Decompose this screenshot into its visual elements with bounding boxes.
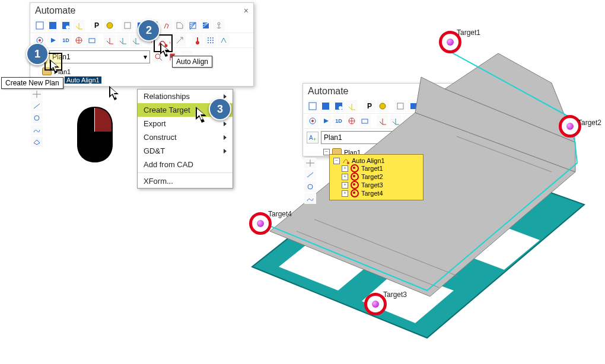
svg-marker-24 — [51, 38, 56, 43]
tool-icon[interactable]: 1D — [60, 34, 72, 46]
svg-marker-54 — [197, 108, 204, 120]
svg-rect-10 — [36, 22, 43, 29]
curve-icon[interactable] — [304, 193, 316, 204]
step-badge-2: 2 — [138, 19, 160, 41]
svg-point-38 — [212, 42, 214, 43]
circle-icon[interactable] — [304, 181, 316, 192]
svg-point-23 — [39, 39, 41, 41]
svg-point-88 — [308, 184, 313, 189]
line-icon[interactable] — [31, 101, 43, 111]
tool-icon[interactable] — [174, 34, 186, 46]
crosshair-icon[interactable] — [304, 158, 316, 168]
curve-icon[interactable] — [31, 124, 43, 135]
menu-construct[interactable]: Construct — [138, 130, 233, 144]
plane-icon[interactable] — [31, 136, 43, 147]
target-icon — [351, 189, 359, 197]
step-badge-1: 1 — [26, 43, 49, 65]
svg-point-13 — [66, 25, 69, 29]
tool-icon[interactable] — [47, 20, 59, 31]
circle-icon[interactable] — [31, 113, 43, 123]
tag-icon[interactable] — [174, 20, 186, 31]
tree-node-label: Target1 — [361, 165, 383, 172]
panel-title: Automate — [35, 5, 75, 16]
cursor-icon — [196, 107, 211, 126]
svg-line-87 — [307, 173, 313, 177]
menu-xform[interactable]: XForm... — [138, 174, 233, 188]
tool-icon[interactable] — [104, 20, 116, 31]
svg-point-33 — [208, 40, 209, 41]
tree-node-target[interactable]: +Target2 — [342, 173, 419, 181]
grid-icon[interactable] — [205, 34, 216, 46]
tool-icon[interactable] — [34, 20, 46, 31]
svg-point-89 — [347, 162, 349, 164]
svg-point-29 — [196, 41, 199, 44]
target-label-4: Target4 — [268, 210, 292, 218]
tool-icon[interactable]: P — [91, 20, 103, 31]
axis-icon[interactable] — [73, 20, 85, 31]
target-label-3: Target3 — [383, 290, 407, 299]
cursor-icon — [160, 43, 173, 59]
viewport-toolbar-left — [31, 89, 43, 147]
svg-point-35 — [212, 40, 214, 41]
thermometer-icon[interactable] — [192, 34, 203, 46]
svg-point-32 — [212, 37, 214, 39]
tree-node-target[interactable]: +Target1 — [342, 164, 419, 173]
tree-node-label: Auto Align1 — [65, 76, 101, 84]
hatch-icon[interactable] — [187, 20, 199, 31]
menu-divider — [138, 173, 233, 173]
target-label-2: Target2 — [578, 119, 601, 127]
tree-node-target[interactable]: +Target4 — [342, 189, 419, 197]
step-badge-3: 3 — [209, 98, 231, 120]
collapse-icon[interactable]: − — [333, 158, 340, 164]
svg-point-37 — [210, 42, 211, 43]
expand-icon[interactable]: + — [342, 174, 348, 180]
svg-point-36 — [208, 42, 209, 43]
tree-node-label: Target2 — [361, 173, 383, 180]
svg-line-44 — [34, 104, 40, 108]
line-icon[interactable] — [304, 170, 316, 180]
tooltip-create-new-plan: Create New Plan — [1, 77, 63, 89]
axis-icon[interactable] — [104, 34, 116, 46]
tool-icon[interactable] — [60, 20, 72, 31]
autoalign-icon — [342, 157, 349, 164]
svg-rect-28 — [197, 37, 198, 41]
tree-highlight: − Auto Align1 +Target1 +Target2 +Target3… — [329, 154, 424, 200]
tree-node-label: Target4 — [361, 190, 383, 197]
svg-point-45 — [34, 116, 39, 120]
tool-icon[interactable] — [122, 20, 133, 31]
plan-select[interactable]: Plan1 ▾ — [49, 50, 150, 63]
play-icon[interactable] — [47, 34, 59, 46]
svg-rect-26 — [89, 39, 95, 43]
cursor-icon — [109, 86, 122, 103]
svg-rect-11 — [49, 22, 56, 29]
tree-node-label: Auto Align1 — [352, 157, 385, 164]
viewport-toolbar-right — [304, 158, 316, 204]
svg-rect-15 — [125, 23, 130, 28]
target-icon — [351, 164, 359, 173]
hatch-icon[interactable] — [200, 20, 212, 31]
svg-point-39 — [155, 54, 160, 59]
menu-add-from-cad[interactable]: Add from CAD — [138, 158, 233, 171]
expand-icon[interactable]: + — [342, 190, 348, 197]
axis-icon[interactable] — [117, 34, 129, 46]
target-icon — [351, 181, 359, 189]
robot-icon[interactable] — [161, 20, 173, 31]
tree-root[interactable]: Plan1 — [42, 67, 250, 76]
svg-point-34 — [210, 40, 211, 41]
tree-node-label: Target3 — [361, 181, 383, 189]
tool-icon[interactable] — [86, 34, 98, 46]
target-icon — [351, 173, 359, 181]
crosshair-icon[interactable] — [31, 89, 43, 100]
close-icon[interactable]: × — [244, 6, 249, 15]
expand-icon[interactable]: + — [342, 165, 348, 172]
menu-gdt[interactable]: GD&T — [138, 144, 233, 158]
svg-point-30 — [208, 37, 209, 39]
target-label-1: Target1 — [457, 28, 480, 37]
cursor-icon — [50, 59, 63, 76]
chevron-down-icon: ▾ — [144, 53, 147, 61]
tree-node-target[interactable]: +Target3 — [342, 181, 419, 189]
tool-icon[interactable] — [73, 34, 85, 46]
tree-node-autoalign[interactable]: − Auto Align1 — [333, 157, 419, 164]
expand-icon[interactable]: + — [342, 182, 348, 189]
mouse-icon — [74, 106, 116, 165]
